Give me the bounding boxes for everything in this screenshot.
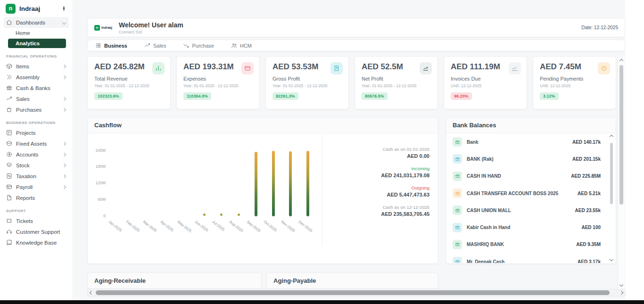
tab-label: Business (104, 43, 127, 49)
kpi-card-invoices-due[interactable]: AED 111.19M Invoices Due Until: 12-12-20… (444, 56, 527, 109)
section-financial-operations: FINANCIAL OPERATIONS (0, 49, 73, 61)
bank-row[interactable]: Mr. Deepak Cash AED 3.17k (446, 253, 616, 263)
kpi-card-total-revenue[interactable]: AED 245.82M Total Revenue Year: 01-01-20… (87, 56, 171, 109)
summary-outgoing: Outgoing AED 5,447,473.63 (321, 185, 429, 197)
nav-label: Purchases (16, 107, 41, 113)
tab-label: HCM (240, 43, 252, 49)
bank-list-scrollbar[interactable] (609, 135, 614, 261)
headset-icon (6, 229, 12, 235)
cashflow-yaxis: 060M120M180M240M (91, 145, 107, 216)
document-icon (6, 195, 12, 201)
assembly-icon (6, 74, 12, 80)
kpi-period: Until: 12-12-2025 (540, 83, 609, 88)
cashflow-xaxis: Jan-2025Feb-2025Mar-2025Apr-2025May-2025… (109, 218, 317, 238)
summary-label: Cash as on 01-01-2025 (321, 147, 429, 152)
scroll-left-icon[interactable] (90, 291, 93, 295)
kpi-card-pending-payments[interactable]: AED 7.45M Pending Payments Until: 12-12-… (533, 56, 616, 109)
sidebar-item-tickets[interactable]: Tickets (4, 215, 69, 226)
kpi-card-expenses[interactable]: AED 193.31M Expenses Year: 01-01-2025 - … (176, 56, 260, 109)
kpi-period: Year: 01-01-2025 - 12-12-2025 (183, 83, 253, 88)
summary-label: Cash as on 12-12-2025 (321, 205, 429, 210)
scroll-down-icon[interactable] (619, 283, 623, 287)
sidebar-item-home[interactable]: Home (0, 28, 73, 38)
cashflow-title: Cashflow (88, 117, 438, 133)
tab-hcm[interactable]: HCM (231, 42, 252, 49)
bank-value: AED 100 (581, 225, 601, 230)
sidebar-item-knowledge-base[interactable]: Knowledge Base (4, 237, 69, 248)
bank-name: MASHRIQ BANK (467, 242, 576, 247)
sidebar-item-purchases[interactable]: Purchases (4, 104, 69, 115)
nav-label: Knowledge Base (16, 240, 57, 246)
kpi-period: Year: 01-01-2025 - 12-12-2025 (94, 83, 164, 88)
tab-purchase[interactable]: Purchase (183, 42, 214, 49)
sidebar-item-dashboards[interactable]: Dashboards (4, 17, 69, 28)
bank-name: Mr. Deepak Cash (467, 259, 578, 263)
sidebar-item-projects[interactable]: Projects (4, 127, 69, 138)
nav-label: Sales (16, 96, 30, 102)
chevron-right-icon (62, 174, 66, 178)
sidebar-item-customer-support[interactable]: Customer Support (4, 226, 69, 237)
bank-name: BANK (Rak) (467, 156, 572, 162)
bank-row[interactable]: CASH IN HAND AED 225.85M (446, 168, 616, 185)
nav-label: Stock (16, 163, 30, 168)
summary-incoming: Incoming AED 241,031,179.08 (321, 166, 429, 178)
header-logo-mark: n (94, 25, 100, 31)
scroll-right-icon[interactable] (619, 291, 623, 295)
kpi-card-gross-profit[interactable]: AED 53.53M Gross Profit Year: 01-01-2025… (265, 56, 349, 109)
bank-row[interactable]: MASHRIQ BANK AED 9.35M (446, 236, 616, 253)
tab-sales[interactable]: Sales (144, 42, 166, 49)
bank-name: CASH TRANSFER ACCOUNT BOSS 2025 (467, 191, 578, 196)
bank-icon (453, 240, 462, 249)
kpi-label: Pending Payments (540, 76, 609, 82)
trend-up-icon (144, 42, 150, 49)
sidebar-item-cash-banks[interactable]: Cash & Banks (4, 82, 69, 93)
sidebar-item-reports[interactable]: Reports (4, 192, 69, 203)
header-date: Date: 12-12-2025 (581, 25, 618, 30)
scroll-up-icon[interactable] (619, 59, 623, 63)
kpi-label: Expenses (183, 76, 253, 82)
kpi-card-net-profit[interactable]: AED 52.5M Net Profit Year: 01-01-2025 - … (355, 56, 438, 109)
chevron-right-icon (62, 141, 66, 145)
bank-row[interactable]: Kabir Cash in Hand AED 100 (446, 219, 616, 236)
bank-icon (453, 223, 462, 232)
horizontal-scrollbar[interactable] (87, 289, 626, 296)
sidebar-item-items[interactable]: Items (4, 61, 69, 72)
bank-row[interactable]: BANK (Rak) AED 201.15k (446, 150, 616, 167)
app-logo: n (6, 4, 16, 14)
bank-icon (453, 172, 462, 181)
scroll-down-icon[interactable] (610, 257, 613, 261)
sidebar-item-analytics[interactable]: Analytics (8, 39, 66, 48)
ticket-icon (6, 218, 12, 224)
summary-label: Outgoing (321, 185, 429, 190)
sidebar-item-taxation[interactable]: Taxation (4, 171, 69, 181)
kanban-icon (6, 130, 12, 136)
bag-icon (6, 107, 12, 113)
section-business-operations: BUSINESS OPERATIONS (0, 115, 73, 127)
sidebar-item-assembly[interactable]: Assembly (4, 72, 69, 82)
aging-payable-card: Aging-Payable (266, 272, 438, 289)
scroll-thumb[interactable] (610, 143, 613, 204)
vertical-scrollbar[interactable] (618, 57, 625, 289)
dashboard-tabs: Business Sales Purchase HCM (87, 40, 625, 51)
nav-label: Home (16, 30, 30, 36)
bank-row[interactable]: Bank AED 140.17k (446, 133, 616, 150)
chevron-right-icon (62, 163, 66, 167)
aging-payable-title: Aging-Payable (267, 273, 438, 289)
nav-label: Dashboards (16, 20, 45, 25)
kpi-label: Invoices Due (451, 76, 520, 82)
sidebar-item-payroll[interactable]: Payroll (4, 181, 69, 192)
sidebar-item-accounts[interactable]: Accounts (4, 149, 69, 160)
nav-label: Tickets (16, 218, 33, 224)
scroll-thumb[interactable] (96, 290, 610, 295)
bank-name: Bank (467, 140, 572, 145)
scroll-thumb[interactable] (619, 65, 623, 205)
sidebar-item-fixed-assets[interactable]: Fixed Assets (4, 138, 69, 149)
tab-business[interactable]: Business (95, 42, 127, 49)
sidebar-item-stock[interactable]: Stock (4, 160, 69, 171)
pin-icon[interactable] (61, 6, 67, 12)
bank-row[interactable]: CASH UNION MALL AED 23.55k (446, 202, 616, 219)
bank-row[interactable]: CASH TRANSFER ACCOUNT BOSS 2025 AED 5.21… (446, 185, 616, 202)
bank-icon (453, 205, 462, 215)
scroll-up-icon[interactable] (610, 135, 613, 139)
sidebar-item-sales[interactable]: Sales (4, 93, 69, 104)
